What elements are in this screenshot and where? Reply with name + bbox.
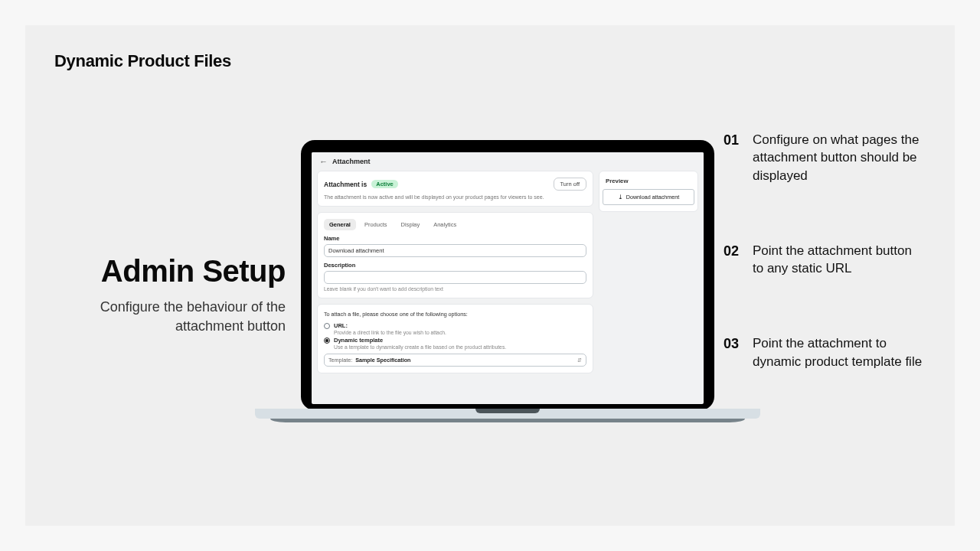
brand-title: Dynamic Product Files xyxy=(54,51,231,71)
admin-app: ← Attachment Attachment is Active Turn o… xyxy=(312,152,704,404)
content-card: Dynamic Product Files Admin Setup Config… xyxy=(25,25,955,526)
hero-subtitle: Configure the behaviour of the attachmen… xyxy=(48,298,286,336)
tab-analytics[interactable]: Analytics xyxy=(428,219,462,230)
page-background: Dynamic Product Files Admin Setup Config… xyxy=(0,0,980,551)
step-number: 01 xyxy=(722,131,739,184)
attach-panel: To attach a file, please choose one of t… xyxy=(317,304,593,373)
step-item: 01 Configure on what pages the attachmen… xyxy=(722,131,925,184)
status-prefix: Attachment is xyxy=(324,181,367,188)
hero-copy: Admin Setup Configure the behaviour of t… xyxy=(48,255,286,336)
attach-lead: To attach a file, please choose one of t… xyxy=(324,311,586,318)
radio-icon xyxy=(324,337,330,344)
radio-icon xyxy=(324,323,330,329)
tab-general[interactable]: General xyxy=(324,219,356,230)
back-icon[interactable]: ← xyxy=(319,157,328,166)
laptop-mockup: ← Attachment Attachment is Active Turn o… xyxy=(301,140,714,422)
attach-option-url[interactable]: URL: Provide a direct link to the file y… xyxy=(324,322,586,335)
page-title: Attachment xyxy=(332,158,371,165)
page-header: ← Attachment xyxy=(312,152,704,171)
status-badge: Active xyxy=(371,180,398,188)
name-label: Name xyxy=(324,235,586,242)
download-attachment-button[interactable]: ⤓ Download attachment xyxy=(603,189,694,205)
tabs: General Products Display Analytics xyxy=(324,219,586,230)
chevron-updown-icon: ⇵ xyxy=(577,357,582,363)
template-value: Sample Specification xyxy=(355,357,410,364)
step-text: Point the attachment button to any stati… xyxy=(753,242,925,278)
name-input[interactable] xyxy=(324,244,586,257)
description-input[interactable] xyxy=(324,271,586,284)
description-label: Description xyxy=(324,262,586,269)
status-panel: Attachment is Active Turn off The attach… xyxy=(317,171,593,207)
laptop-screen: ← Attachment Attachment is Active Turn o… xyxy=(312,152,704,404)
hero-title: Admin Setup xyxy=(48,255,286,287)
option-desc: Use a template to dynamically create a f… xyxy=(334,344,506,350)
option-desc: Provide a direct link to the file you wi… xyxy=(334,330,446,335)
step-text: Configure on what pages the attachment b… xyxy=(753,131,925,184)
download-button-label: Download attachment xyxy=(626,194,680,201)
steps-list: 01 Configure on what pages the attachmen… xyxy=(722,131,925,428)
status-description: The attachment is now active and will be… xyxy=(324,194,586,200)
laptop-base xyxy=(301,409,714,422)
step-text: Point the attachment to dynamic product … xyxy=(753,334,925,370)
preview-title: Preview xyxy=(606,178,691,184)
download-icon: ⤓ xyxy=(618,194,623,201)
preview-panel: Preview ⤓ Download attachment xyxy=(599,171,698,212)
option-title: URL: xyxy=(334,322,446,329)
step-number: 02 xyxy=(722,242,739,278)
general-panel: General Products Display Analytics Name … xyxy=(317,212,593,298)
description-help: Leave blank if you don't want to add des… xyxy=(324,286,586,292)
step-item: 02 Point the attachment button to any st… xyxy=(722,242,925,278)
turn-off-button[interactable]: Turn off xyxy=(554,178,586,191)
tab-display[interactable]: Display xyxy=(396,219,426,230)
template-select[interactable]: Template: Sample Specification ⇵ xyxy=(324,354,586,367)
laptop-bezel: ← Attachment Attachment is Active Turn o… xyxy=(301,140,714,410)
template-label: Template: xyxy=(328,357,352,364)
tab-products[interactable]: Products xyxy=(359,219,393,230)
step-item: 03 Point the attachment to dynamic produ… xyxy=(722,334,925,370)
attach-option-dynamic[interactable]: Dynamic template Use a template to dynam… xyxy=(324,337,586,350)
step-number: 03 xyxy=(722,334,739,370)
option-title: Dynamic template xyxy=(334,337,506,344)
